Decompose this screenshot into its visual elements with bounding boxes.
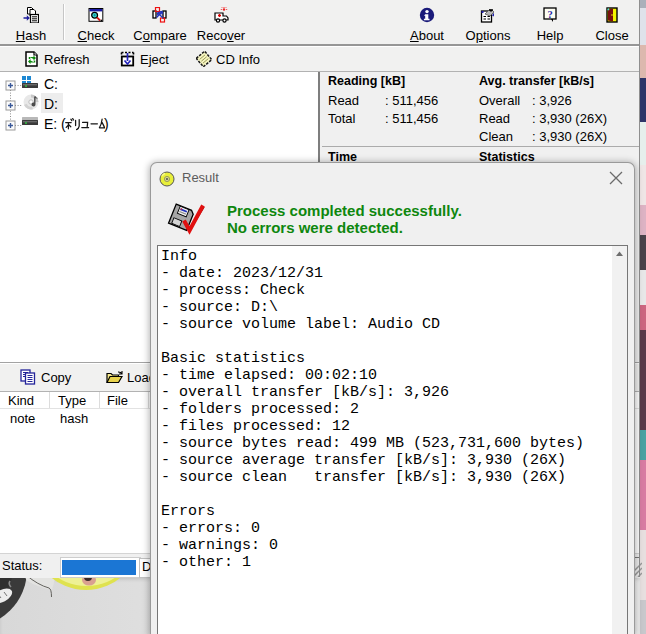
svg-text:?: ? [547, 9, 552, 20]
